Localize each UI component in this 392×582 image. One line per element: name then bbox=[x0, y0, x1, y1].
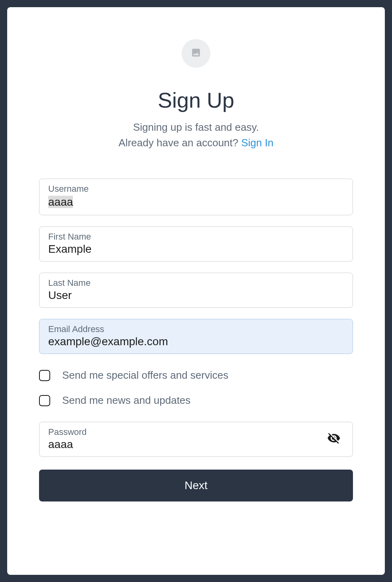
next-button[interactable]: Next bbox=[39, 470, 353, 501]
username-label: Username bbox=[48, 184, 344, 194]
password-input[interactable] bbox=[48, 438, 324, 451]
last-name-input[interactable] bbox=[48, 289, 344, 302]
email-label: Email Address bbox=[48, 324, 344, 334]
signin-link[interactable]: Sign In bbox=[241, 137, 273, 149]
page-title: Sign Up bbox=[158, 88, 234, 112]
checkbox-group: Send me special offers and services Send… bbox=[39, 368, 353, 408]
first-name-label: First Name bbox=[48, 232, 344, 242]
offers-checkbox-row: Send me special offers and services bbox=[39, 368, 353, 383]
offers-checkbox[interactable] bbox=[39, 370, 50, 381]
news-checkbox[interactable] bbox=[39, 395, 50, 406]
username-input[interactable]: aaaa bbox=[48, 196, 73, 208]
last-name-field[interactable]: Last Name bbox=[39, 273, 353, 308]
news-checkbox-label[interactable]: Send me news and updates bbox=[62, 394, 190, 407]
toggle-password-visibility[interactable] bbox=[324, 428, 344, 450]
signup-form: Username aaaa First Name Last Name Email… bbox=[39, 179, 353, 501]
already-account-text: Already have an account? bbox=[119, 137, 241, 149]
news-checkbox-row: Send me news and updates bbox=[39, 393, 353, 408]
password-label: Password bbox=[48, 427, 324, 437]
first-name-field[interactable]: First Name bbox=[39, 226, 353, 262]
subtitle-line1: Signing up is fast and easy. bbox=[133, 120, 259, 135]
offers-checkbox-label[interactable]: Send me special offers and services bbox=[62, 369, 228, 381]
email-input[interactable] bbox=[48, 335, 344, 348]
password-field[interactable]: Password bbox=[39, 422, 353, 457]
last-name-label: Last Name bbox=[48, 278, 344, 288]
first-name-input[interactable] bbox=[48, 243, 344, 256]
subtitle-line2: Already have an account? Sign In bbox=[119, 135, 274, 151]
signup-card: Sign Up Signing up is fast and easy. Alr… bbox=[7, 7, 385, 575]
eye-off-icon bbox=[327, 439, 341, 446]
username-field[interactable]: Username aaaa bbox=[39, 179, 353, 215]
email-field[interactable]: Email Address bbox=[39, 319, 353, 354]
image-placeholder-icon bbox=[191, 47, 201, 59]
logo-placeholder bbox=[182, 39, 210, 68]
